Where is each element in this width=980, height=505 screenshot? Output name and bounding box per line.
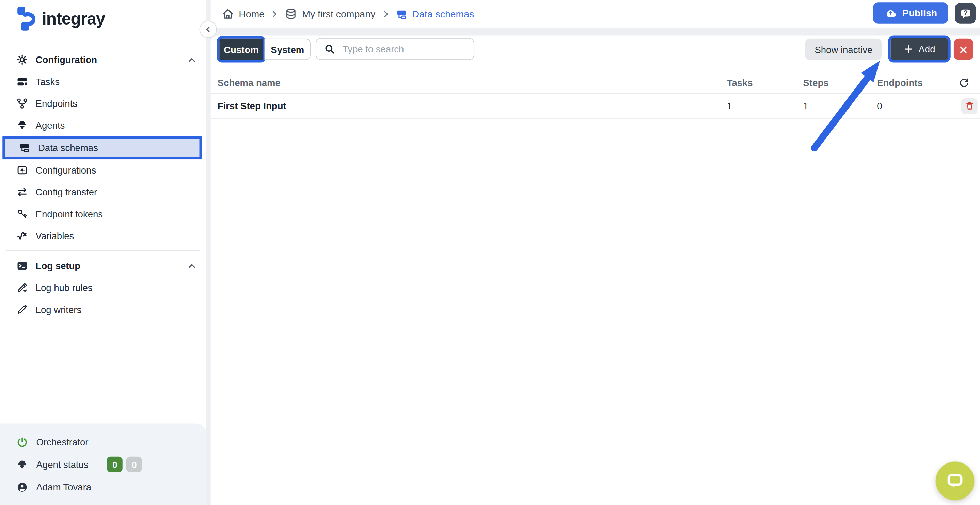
sidebar-item-label: Log hub rules: [36, 283, 92, 293]
sidebar-nav: Configuration Tasks Endpoints: [0, 49, 206, 320]
sidebar-item-agents[interactable]: Agents: [0, 114, 206, 136]
sidebar-collapse-button[interactable]: [200, 21, 217, 38]
search-icon: [325, 44, 335, 54]
data-schemas-icon: [19, 142, 30, 153]
breadcrumb-label: Data schemas: [412, 8, 474, 20]
home-icon: [222, 8, 234, 20]
show-inactive-button[interactable]: Show inactive: [805, 39, 882, 60]
tab-custom[interactable]: Custom: [219, 39, 263, 60]
publish-button[interactable]: Publish: [873, 2, 948, 24]
add-button-highlight: Add: [888, 36, 951, 63]
chat-widget-button[interactable]: [936, 461, 975, 500]
pencil-icon: [17, 304, 28, 315]
agent-status-label: Agent status: [36, 459, 88, 470]
chevron-up-icon: [187, 260, 197, 270]
add-button[interactable]: Add: [891, 38, 948, 60]
sidebar-section-log-setup[interactable]: Log setup: [0, 255, 206, 277]
app-root: integray Configuration Tasks: [0, 0, 980, 505]
header-tasks: Tasks: [727, 77, 803, 88]
sidebar-item-label: Tasks: [36, 76, 60, 87]
svg-text:?: ?: [963, 8, 967, 16]
sidebar-item-endpoint-tokens[interactable]: Endpoint tokens: [0, 203, 206, 225]
tab-system[interactable]: System: [264, 39, 310, 60]
agents-online-badge: 0: [107, 457, 123, 472]
endpoints-icon: [17, 98, 28, 108]
logo-mark-icon: [16, 6, 37, 32]
section-label: Configuration: [36, 54, 97, 65]
delete-row-button[interactable]: [961, 98, 978, 114]
key-icon: [17, 209, 28, 219]
configurations-icon: [17, 165, 28, 176]
user-name: Adam Tovara: [36, 481, 91, 492]
refresh-icon[interactable]: [959, 77, 980, 88]
cell-steps: 1: [803, 101, 877, 111]
sidebar-item-label: Config transfer: [36, 187, 97, 197]
help-icon: ?: [959, 6, 972, 20]
sidebar-item-endpoints[interactable]: Endpoints: [0, 92, 206, 114]
sidebar: integray Configuration Tasks: [0, 0, 206, 505]
cell-tasks: 1: [727, 101, 803, 111]
agent-status-badges: 0 0: [107, 457, 142, 472]
user-menu[interactable]: Adam Tovara: [0, 481, 206, 492]
agents-offline-badge: 0: [126, 457, 142, 472]
agent-icon: [17, 459, 28, 470]
sidebar-item-label: Data schemas: [38, 142, 98, 153]
agent-status-row[interactable]: Agent status 0 0: [0, 457, 206, 472]
table-header-row: Schema name Tasks Steps Endpoints: [211, 72, 980, 94]
breadcrumb-label: My first company: [302, 8, 375, 20]
header-endpoints: Endpoints: [877, 77, 958, 88]
cell-endpoints: 0: [877, 101, 958, 111]
database-icon: [285, 8, 297, 20]
sidebar-divider: [6, 251, 200, 251]
logo-text: integray: [42, 9, 105, 29]
gear-icon: [17, 54, 28, 65]
breadcrumb-home[interactable]: Home: [222, 8, 264, 20]
chevron-right-icon: [270, 10, 280, 19]
sidebar-item-label: Endpoint tokens: [36, 209, 103, 219]
table-row[interactable]: First Step Input 1 1 0: [211, 94, 980, 118]
tasks-icon: [17, 76, 28, 87]
search-input[interactable]: [341, 43, 468, 55]
cloud-upload-icon: [884, 7, 897, 19]
terminal-icon: [17, 260, 28, 271]
close-button[interactable]: [954, 39, 973, 60]
sidebar-footer: Orchestrator Agent status 0 0 Adam Tovar…: [0, 423, 206, 505]
orchestrator-toggle[interactable]: Orchestrator: [0, 437, 206, 447]
add-label: Add: [918, 44, 935, 54]
schemas-table: Schema name Tasks Steps Endpoints First …: [211, 72, 980, 119]
data-schemas-icon: [396, 8, 407, 20]
sqrt-x-icon: [17, 230, 28, 241]
sidebar-item-configurations[interactable]: Configurations: [0, 159, 206, 181]
plus-icon: [904, 44, 913, 54]
help-button[interactable]: ?: [955, 3, 976, 24]
trash-icon: [965, 101, 974, 111]
sidebar-item-config-transfer[interactable]: Config transfer: [0, 181, 206, 203]
chevron-right-icon: [381, 10, 391, 19]
header-steps: Steps: [803, 77, 877, 88]
chat-bubble-icon: [944, 470, 966, 491]
sidebar-item-tasks[interactable]: Tasks: [0, 70, 206, 92]
agent-icon: [17, 120, 28, 130]
breadcrumb-company[interactable]: My first company: [285, 8, 375, 20]
breadcrumb-label: Home: [239, 8, 264, 20]
header-schema-name: Schema name: [211, 77, 727, 88]
pen-rule-icon: [17, 283, 28, 293]
sidebar-item-label: Configurations: [36, 165, 96, 176]
sidebar-item-label: Variables: [36, 230, 74, 241]
orchestrator-label: Orchestrator: [36, 437, 88, 447]
sidebar-item-variables[interactable]: Variables: [0, 225, 206, 247]
top-bar: Home My first company Data schemas: [211, 0, 980, 28]
sidebar-section-configuration[interactable]: Configuration: [0, 49, 206, 70]
sidebar-item-log-hub-rules[interactable]: Log hub rules: [0, 277, 206, 299]
sidebar-item-log-writers[interactable]: Log writers: [0, 299, 206, 320]
logo: integray: [16, 6, 105, 32]
content-card: Custom System Show inactive Add: [211, 36, 980, 505]
power-icon: [17, 437, 28, 447]
user-icon: [17, 481, 28, 492]
custom-tab-highlight: Custom: [217, 36, 266, 62]
close-icon: [959, 44, 969, 54]
sidebar-item-data-schemas[interactable]: Data schemas: [2, 136, 202, 159]
sidebar-item-label: Agents: [36, 120, 65, 130]
chevron-up-icon: [187, 55, 197, 65]
breadcrumb-current[interactable]: Data schemas: [396, 8, 474, 20]
